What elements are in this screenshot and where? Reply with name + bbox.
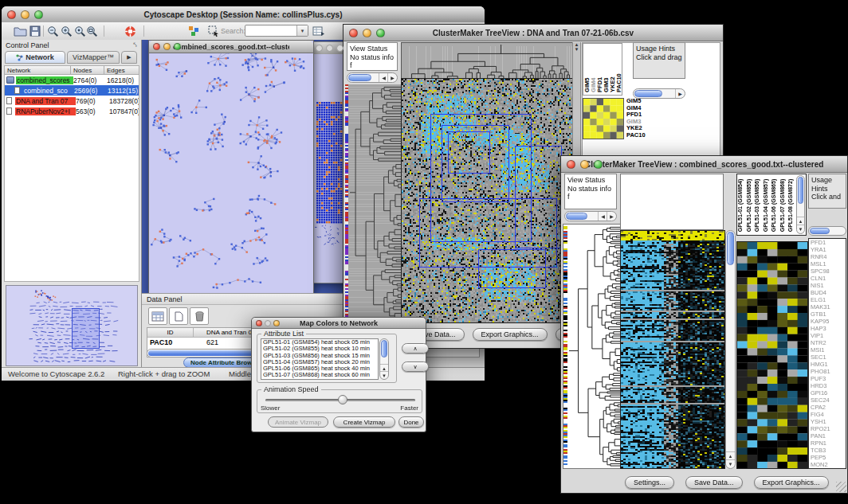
scroll-right-icon[interactable]: ▶: [387, 73, 397, 82]
search-input[interactable]: ▼: [245, 25, 308, 37]
tv2-left-hscrollbar[interactable]: ◀ ▶: [564, 211, 617, 221]
gene-label[interactable]: GTB1: [811, 311, 846, 318]
gene-label[interactable]: SEC1: [811, 354, 846, 361]
gene-label[interactable]: VIP1: [811, 332, 846, 339]
gene-label[interactable]: TCB3: [811, 447, 846, 454]
gene-label[interactable]: CLN1: [811, 275, 846, 282]
minimize-button[interactable]: [163, 43, 171, 50]
tv2-genes-hscrollbar[interactable]: [808, 226, 846, 236]
attribute-select-icon[interactable]: [148, 307, 167, 325]
zoom-in-icon[interactable]: [59, 25, 73, 37]
main-titlebar[interactable]: Cytoscape Desktop (Session Name: collins…: [2, 6, 485, 23]
network-row[interactable]: combined_scores 2764(0) 16218(0): [5, 75, 139, 85]
scroll-thumb[interactable]: [566, 213, 587, 220]
scroll-thumb[interactable]: [634, 90, 662, 97]
minimize-button[interactable]: [363, 29, 371, 37]
search-dropdown-icon[interactable]: ▼: [296, 25, 308, 36]
network-row[interactable]: RNAPuberNov2+I 563(0) 107847(0): [5, 106, 139, 116]
scroll-down-icon[interactable]: ▼: [726, 459, 735, 468]
column-label[interactable]: PAC10: [615, 45, 622, 92]
gene-label[interactable]: MSL1: [811, 260, 846, 268]
network-row[interactable]: combined_sco 2569(6) 13112(15): [5, 85, 139, 96]
close-button[interactable]: [256, 320, 262, 326]
column-label[interactable]: GPL51-01 (GSM854): [737, 176, 746, 232]
minimize-button[interactable]: [265, 320, 271, 326]
treeview1-titlebar[interactable]: ClusterMaker TreeView : DNA and Tran 07-…: [344, 25, 723, 41]
move-up-button[interactable]: ∧: [402, 343, 429, 354]
attribute-list-vscrollbar[interactable]: ▲ ▼: [379, 338, 389, 380]
gene-label[interactable]: PHO81: [811, 368, 846, 375]
network-graph-view[interactable]: [150, 53, 311, 291]
tv2-global-vscrollbar[interactable]: ▲ ▼: [725, 230, 736, 469]
gene-label[interactable]: KAP95: [811, 318, 846, 325]
scroll-down-icon[interactable]: ▼: [797, 225, 804, 233]
minimize-button[interactable]: [326, 45, 333, 52]
delete-attribute-icon[interactable]: [190, 307, 209, 325]
gene-label[interactable]: RPN1: [811, 440, 846, 447]
gene-label[interactable]: RPO21: [811, 425, 846, 432]
tab-vizmapper[interactable]: VizMapper™: [67, 51, 120, 64]
tv1-left-hscrollbar[interactable]: ◀ ▶: [347, 72, 398, 83]
treeview-button[interactable]: Export Graphics...: [754, 476, 829, 489]
gene-label[interactable]: PAN1: [811, 432, 846, 440]
import-table-icon[interactable]: [312, 25, 326, 37]
network-overview[interactable]: [6, 285, 138, 366]
maximize-button[interactable]: [594, 160, 603, 169]
gene-label[interactable]: NTR2: [811, 339, 846, 346]
column-label[interactable]: GPL51-04 (GSM857): [763, 176, 771, 232]
column-label[interactable]: GPL51-08 (GSM872): [787, 176, 796, 232]
minimize-button[interactable]: [21, 10, 29, 19]
tv2-gene-dendrogram[interactable]: [563, 224, 622, 469]
zoom-out-icon[interactable]: [45, 25, 60, 37]
minimize-button[interactable]: [580, 160, 589, 169]
scroll-right-icon[interactable]: ▶: [607, 212, 616, 221]
treeview-button[interactable]: Export Graphics...: [473, 328, 548, 341]
save-session-icon[interactable]: [28, 25, 42, 37]
attribute-option[interactable]: GPL51-07 (GSM868) heat shock 60 min: [263, 372, 378, 378]
row-label[interactable]: PAC10: [626, 132, 658, 139]
gene-label[interactable]: YSH1: [811, 418, 846, 425]
col-id[interactable]: ID: [147, 328, 194, 338]
float-panel-icon[interactable]: ⤣: [133, 41, 137, 49]
column-label[interactable]: GPL51-02 (GSM855): [746, 176, 755, 232]
network-row[interactable]: DNA and Tran 07 769(0) 183728(0): [5, 96, 139, 106]
dialog-titlebar[interactable]: Map Colors to Network: [252, 318, 426, 329]
column-label[interactable]: GPL51-07 (GSM868): [779, 176, 788, 232]
scroll-thumb[interactable]: [348, 74, 371, 81]
tab-network[interactable]: Network: [5, 51, 65, 64]
maximize-button[interactable]: [174, 43, 181, 50]
scroll-thumb[interactable]: [381, 340, 387, 357]
close-button[interactable]: [567, 160, 575, 169]
gene-label[interactable]: BUD4: [811, 289, 846, 296]
tv2-global-heatmap[interactable]: [620, 230, 725, 469]
column-label[interactable]: GIM4: [590, 45, 596, 92]
close-button[interactable]: [153, 43, 160, 50]
scroll-right-icon[interactable]: ▶: [675, 89, 685, 98]
treeview2-titlebar[interactable]: ClusterMaker TreeView : combined_scores_…: [561, 156, 847, 173]
gene-label[interactable]: RNR4: [811, 253, 846, 260]
tv1-gene-dendrogram[interactable]: [345, 84, 401, 323]
tab-overflow-button[interactable]: ▶: [121, 51, 137, 64]
scroll-thumb[interactable]: [798, 177, 803, 204]
col-nodes[interactable]: Nodes: [71, 65, 104, 75]
close-button[interactable]: [316, 45, 323, 52]
network-view-titlebar[interactable]: combined_scores_good.txt--cluste...: [149, 41, 313, 53]
tv1-hints-hscrollbar[interactable]: ▶: [633, 88, 685, 99]
create-vizmap-button[interactable]: Create Vizmap: [333, 416, 395, 428]
network-table-header[interactable]: Network Nodes Edges: [4, 65, 139, 75]
column-label[interactable]: GIM5: [583, 45, 590, 92]
scroll-down-icon[interactable]: ▼: [380, 371, 388, 379]
select-mode-icon[interactable]: [206, 25, 221, 37]
move-down-button[interactable]: ∨: [402, 361, 429, 372]
treeview-button[interactable]: Save Data...: [685, 476, 743, 489]
maximize-button[interactable]: [273, 320, 280, 326]
gene-label[interactable]: CPA2: [811, 404, 846, 411]
column-label[interactable]: GPL51-06 (GSM865): [771, 176, 779, 232]
gene-label[interactable]: MAK31: [811, 303, 846, 311]
gene-label[interactable]: SPC98: [811, 268, 846, 275]
scroll-thumb[interactable]: [727, 232, 734, 265]
maximize-button[interactable]: [376, 29, 385, 37]
resize-grip[interactable]: [836, 482, 846, 492]
maximize-button[interactable]: [336, 45, 344, 52]
close-button[interactable]: [7, 10, 16, 19]
